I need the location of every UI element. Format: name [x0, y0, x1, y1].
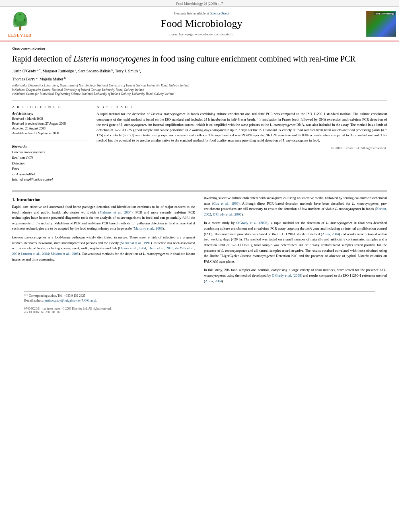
keyword-5: ssrA gene/mRNA [12, 172, 88, 177]
cite-malorny-2004[interactable]: Malorny et al., 2004 [99, 210, 132, 214]
cite-ogrady-method[interactable]: O'Grady et al. (2008) [272, 273, 302, 277]
body-col1-para1: Rapid, cost-effective and automated food… [12, 204, 195, 232]
journal-thumbnail-image: Food Microbiology [366, 11, 396, 37]
body-col-left: 1. Introduction Rapid, cost-effective an… [12, 195, 195, 287]
journal-citation: Food Microbiology 26 (2009) 4–7 [176, 2, 223, 6]
cite-davies[interactable]: Davies et al., 1984 [119, 246, 146, 250]
copyright-line: © 2008 Elsevier Ltd. All rights reserved… [97, 146, 387, 150]
keywords-section: Keywords: Listeria monocytogenes Real-ti… [12, 144, 88, 183]
abstract-heading: A B S T R A C T [97, 105, 387, 109]
journal-center: Contents lists available at ScienceDirec… [40, 7, 363, 41]
affiliation-c: c National Centre for Biomedical Enginee… [12, 92, 387, 97]
page-footer: * * Corresponding author. Tel.: +353 9 1… [24, 291, 375, 303]
elsevier-label: ELSEVIER [8, 33, 32, 37]
journal-homepage: journal homepage: www.elsevier.com/locat… [169, 32, 234, 36]
email-link[interactable]: justin.ogrady@nuigalway.ie (J. O'Grady). [45, 299, 97, 302]
section-divider [12, 191, 387, 191]
footnote-star: * [24, 294, 26, 298]
accepted-date: Accepted 28 August 2008 [12, 126, 88, 131]
body-col1-para2: Listeria monocytogenes is a food-borne p… [12, 235, 195, 262]
article-info-heading: A R T I C L E I N F O [12, 105, 88, 109]
cite-cox[interactable]: Cox et al., 1998 [213, 201, 239, 205]
svg-rect-0 [19, 27, 21, 30]
cite-anon-2004[interactable]: Anon, 2004 [322, 232, 339, 236]
divider-1 [12, 101, 387, 101]
authors-line-2: Thomas Barry a, Majella Maher b [12, 76, 387, 82]
title-before-italic: Rapid detection of [12, 54, 74, 63]
page-wrapper: Food Microbiology 26 (2009) 4–7 ELSEVIER [0, 0, 399, 532]
section1-title: 1. Introduction [12, 197, 195, 202]
sciencedirect-line: Contents lists available at ScienceDirec… [174, 11, 229, 15]
authors-line: Justin O'Grady a,*, Margaret Ruttledge b… [12, 68, 387, 74]
received-date: Received 4 March 2008 [12, 117, 88, 121]
cite-makino[interactable]: Makino et al., 2005 [51, 252, 78, 256]
title-after-italic: in food using culture enrichment combine… [150, 54, 355, 63]
keywords-label: Keywords: [12, 144, 88, 148]
received-revised-date: Received in revised form 27 August 2008 [12, 121, 88, 126]
svg-point-7 [24, 19, 25, 21]
body-col-right: involving selective culture enrichment w… [204, 195, 387, 287]
body-columns: 1. Introduction Rapid, cost-effective an… [12, 195, 387, 287]
journal-header: ELSEVIER Contents lists available at Sci… [0, 7, 399, 41]
available-online-date: Available online 13 September 2008 [12, 131, 88, 136]
title-italic: Listeria monocytogenes [74, 54, 150, 63]
corresponding-author-note: * * Corresponding author. Tel.: +353 9 1… [24, 294, 375, 298]
issn-line: 0740-0020/$ – see front matter © 2008 El… [24, 307, 375, 310]
journal-title: Food Microbiology [161, 18, 243, 30]
divider-keywords [12, 140, 88, 140]
history-label: Article history: [12, 111, 88, 115]
svg-point-6 [15, 20, 16, 21]
article-history: Article history: Received 4 March 2008 R… [12, 111, 88, 136]
keyword-6: Internal amplification control [12, 177, 88, 183]
email-note: E-mail address: justin.ogrady@nuigalway.… [24, 298, 375, 303]
abstract-body: A rapid method for the detection of List… [97, 112, 387, 142]
corresponding-text: * Corresponding author. Tel.: +353 9 151… [27, 294, 86, 298]
from-text: from [316, 128, 323, 132]
cite-lunden[interactable]: Lunden et al., 2004 [21, 252, 49, 256]
affiliation-a: a Molecular Diagnostics Laboratory, Depa… [12, 84, 387, 88]
sciencedirect-link[interactable]: ScienceDirect [210, 11, 229, 15]
journal-thumbnail-block: Food Microbiology [363, 7, 399, 41]
cite-tham[interactable]: Tham et al., 2000 [148, 246, 173, 250]
keyword-1: Listeria monocytogenes [12, 150, 88, 155]
authors-text-2: Thomas Barry a, Majella Maher b [12, 77, 66, 81]
section-label: Short communication [12, 47, 387, 51]
body-col2-para1: involving selective culture enrichment w… [204, 195, 387, 218]
cite-anon-2004-2[interactable]: Anon, 2004 [205, 279, 222, 283]
journal-info-bar: Food Microbiology 26 (2009) 4–7 [0, 0, 399, 7]
svg-point-8 [19, 14, 21, 15]
cite-malorny-2003[interactable]: Malorny et al., 2003 [134, 226, 163, 230]
thumb-label: Food Microbiology [374, 12, 395, 15]
doi-line: doi:10.1016/j.fm.2008.08.009 [24, 310, 375, 314]
svg-point-5 [16, 12, 25, 22]
cite-ogrady-recent[interactable]: O'Grady et al. (2008) [236, 221, 268, 225]
elsevier-tree-icon [8, 10, 32, 32]
abstract-col: A B S T R A C T A rapid method for the d… [97, 105, 387, 185]
main-content: Short communication Rapid detection of L… [0, 41, 399, 324]
keyword-3: Detection [12, 161, 88, 166]
article-info-col: A R T I C L E I N F O Article history: R… [12, 105, 88, 185]
footer-bottom-bar: 0740-0020/$ – see front matter © 2008 El… [12, 305, 387, 316]
affiliation-b: b National Diagnostics Centre, National … [12, 88, 387, 92]
cite-schuchat[interactable]: Schuchat et al., 1991 [121, 241, 151, 245]
keyword-4: Food [12, 166, 88, 172]
body-col2-para2: In a recent study by O'Grady et al. (200… [204, 220, 387, 264]
cite-ogrady-2008[interactable]: O'Grady et al., 2008 [213, 212, 241, 216]
body-col2-para3: In this study, 206 food samples and cont… [204, 267, 387, 284]
authors-text: Justin O'Grady a,*, Margaret Ruttledge b… [12, 69, 141, 73]
article-title: Rapid detection of Listeria monocytogene… [12, 53, 387, 64]
keyword-2: Real-time PCR [12, 155, 88, 161]
affiliations: a Molecular Diagnostics Laboratory, Depa… [12, 84, 387, 97]
article-info-abstract: A R T I C L E I N F O Article history: R… [12, 105, 387, 185]
abstract-text: A rapid method for the detection of List… [97, 111, 387, 143]
elsevier-logo-block: ELSEVIER [0, 7, 40, 41]
email-label: E-mail address: [24, 299, 44, 302]
